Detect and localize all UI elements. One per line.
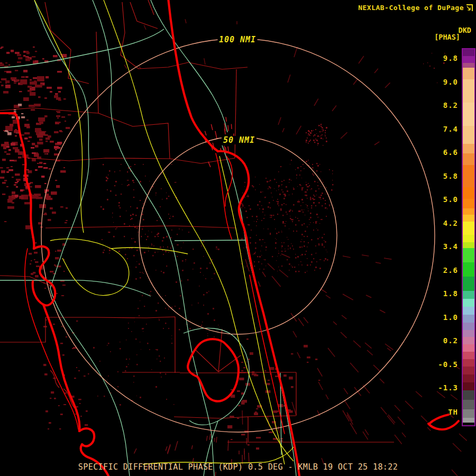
radar-echo-layer	[0, 18, 467, 476]
colorbar-segment	[463, 367, 474, 374]
colorbar-segment	[463, 277, 474, 291]
range-ring-label: 50 NMI	[223, 135, 255, 145]
colorbar-segment	[463, 79, 474, 103]
colorbar-segment	[463, 187, 474, 199]
colorbar-segment	[463, 68, 474, 79]
colorbar-segment	[463, 418, 474, 423]
status-bar-text: SPECIFIC DIFFERENTIAL PHASE (KDP) 0.5 DE…	[78, 462, 398, 472]
radar-map: 100 NMI50 NMI	[0, 0, 476, 476]
colorbar-label: 5.8	[443, 172, 458, 180]
colorbar-segment	[463, 103, 474, 126]
colorbar-segment	[463, 390, 474, 400]
colorbar-label: 8.2	[443, 101, 458, 109]
colorbar-segment	[463, 262, 474, 277]
colorbar-segment	[463, 409, 474, 418]
colorbar-segment	[463, 359, 474, 367]
colorbar-label: 1.8	[443, 289, 458, 298]
colorbar-segment	[463, 63, 474, 68]
colorbar-segment	[463, 208, 474, 215]
colorbar-segment	[463, 49, 474, 56]
colorbar-label: TH	[448, 408, 458, 416]
colorbar-label: 9.8	[443, 54, 458, 62]
colorbar-segment	[463, 199, 474, 208]
colorbar-segment	[463, 165, 474, 187]
colorbar-segment	[463, 423, 474, 425]
colorbar-segment	[463, 323, 474, 330]
colorbar-label: 4.2	[443, 219, 458, 227]
colorbar-label: 3.4	[443, 242, 458, 251]
radar-viewer: 100 NMI50 NMI NEXLAB-College of DuPage D…	[0, 0, 476, 476]
colorbar-segment	[463, 153, 474, 165]
colorbar-segment	[463, 242, 474, 248]
page-title: NEXLAB-College of DuPage	[358, 4, 464, 12]
colorbar-segment	[463, 126, 474, 144]
colorbar-label: 0.2	[443, 336, 458, 345]
colorbar-segment	[463, 144, 474, 153]
cod-logo-icon	[466, 4, 473, 12]
colorbar	[462, 48, 475, 426]
colorbar-segment	[463, 344, 474, 352]
colorbar-label: 6.6	[443, 148, 458, 157]
colorbar-segment	[463, 307, 474, 315]
colorbar-segment	[463, 222, 474, 235]
colorbar-segment	[463, 382, 474, 390]
colorbar-label: -0.5	[438, 360, 458, 369]
range-ring-label: 100 NMI	[219, 35, 256, 44]
colorbar-segment	[463, 215, 474, 222]
road-network-secondary	[0, 0, 296, 476]
product-units-label: [PHAS]	[434, 33, 460, 41]
colorbar-segment	[463, 400, 474, 409]
colorbar-label: 1.0	[443, 313, 458, 322]
colorbar-segment	[463, 330, 474, 337]
colorbar-label: -1.3	[438, 383, 458, 392]
colorbar-label: 5.0	[443, 195, 458, 204]
colorbar-segment	[463, 235, 474, 242]
range-ring-labels: 100 NMI50 NMI	[218, 35, 258, 145]
product-id-label: DKD	[459, 26, 471, 34]
colorbar-segment	[463, 248, 474, 262]
colorbar-segment	[463, 352, 474, 359]
colorbar-segment	[463, 337, 474, 344]
colorbar-segment	[463, 299, 474, 307]
colorbar-segment	[463, 315, 474, 323]
colorbar-segment	[463, 291, 474, 299]
road-network-primary	[34, 0, 294, 464]
colorbar-label: 7.4	[443, 125, 458, 133]
colorbar-label: 2.6	[443, 266, 458, 274]
colorbar-segment	[463, 374, 474, 382]
colorbar-label: 9.0	[443, 78, 458, 86]
colorbar-segment	[463, 56, 474, 63]
